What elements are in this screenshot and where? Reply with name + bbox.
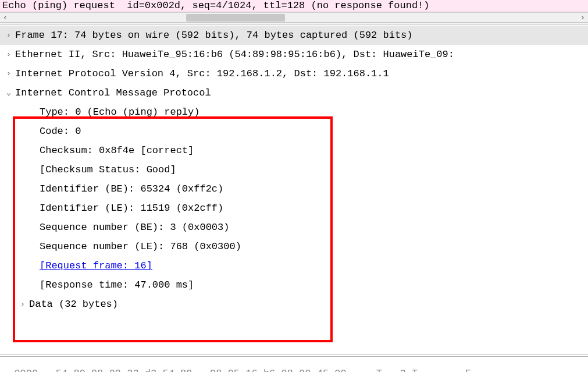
scroll-left-icon[interactable]: ‹ bbox=[0, 13, 10, 22]
chevron-right-icon[interactable]: › bbox=[2, 45, 15, 64]
ethernet-text: Ethernet II, Src: HuaweiTe_95:16:b6 (54:… bbox=[15, 45, 454, 64]
icmp-response-time-row[interactable]: [Response time: 47.000 ms] bbox=[16, 275, 588, 295]
frame-text: Frame 17: 74 bytes on wire (592 bits), 7… bbox=[15, 26, 413, 45]
packet-list-hscrollbar[interactable]: ‹ › bbox=[0, 12, 588, 23]
packet-details-pane[interactable]: › Frame 17: 74 bytes on wire (592 bits),… bbox=[0, 24, 588, 314]
icmp-id-be-text: Identifier (BE): 65324 (0xff2c) bbox=[16, 179, 223, 199]
icmp-code-row[interactable]: Code: 0 bbox=[16, 122, 588, 141]
packet-list-pane[interactable]: Echo (ping) request id=0x002d, seq=4/102… bbox=[0, 0, 588, 12]
chevron-right-icon[interactable]: › bbox=[16, 295, 29, 314]
icmp-row[interactable]: ⌄ Internet Control Message Protocol bbox=[0, 83, 588, 102]
icmp-data-text: Data (32 bytes) bbox=[29, 295, 118, 314]
packet-row[interactable]: Echo (ping) request id=0x002d, seq=4/102… bbox=[2, 0, 586, 12]
chevron-right-icon[interactable]: › bbox=[2, 64, 15, 83]
hex-bytes: 54 89 98 09 33 d3 54 89 98 95 16 b6 08 0… bbox=[38, 368, 477, 372]
icmp-response-time-text: [Response time: 47.000 ms] bbox=[16, 275, 194, 295]
scroll-thumb[interactable] bbox=[186, 14, 285, 22]
icmp-seq-be-text: Sequence number (BE): 3 (0x0003) bbox=[16, 218, 229, 237]
icmp-checksum-text: Checksum: 0x8f4e [correct] bbox=[16, 141, 194, 160]
icmp-checksum-status-text: [Checksum Status: Good] bbox=[16, 160, 176, 179]
icmp-id-le-text: Identifier (LE): 11519 (0x2cff) bbox=[16, 199, 223, 218]
ethernet-row[interactable]: › Ethernet II, Src: HuaweiTe_95:16:b6 (5… bbox=[0, 45, 588, 64]
icmp-checksum-row[interactable]: Checksum: 0x8f4e [correct] bbox=[16, 141, 588, 160]
ip-row[interactable]: › Internet Protocol Version 4, Src: 192.… bbox=[0, 64, 588, 83]
hex-offset: 0000 bbox=[14, 368, 38, 372]
chevron-right-icon[interactable]: › bbox=[2, 26, 15, 45]
icmp-type-row[interactable]: Type: 0 (Echo (ping) reply) bbox=[16, 102, 588, 122]
hex-pane[interactable]: 0000 54 89 98 09 33 d3 54 89 98 95 16 b6… bbox=[0, 357, 588, 372]
icmp-seq-le-row[interactable]: Sequence number (LE): 768 (0x0300) bbox=[16, 237, 588, 256]
icmp-id-be-row[interactable]: Identifier (BE): 65324 (0xff2c) bbox=[16, 179, 588, 199]
icmp-code-text: Code: 0 bbox=[16, 122, 81, 141]
icmp-checksum-status-row[interactable]: [Checksum Status: Good] bbox=[16, 160, 588, 179]
icmp-seq-le-text: Sequence number (LE): 768 (0x0300) bbox=[16, 237, 241, 256]
icmp-id-le-row[interactable]: Identifier (LE): 11519 (0x2cff) bbox=[16, 199, 588, 218]
icmp-request-frame-link[interactable]: [Request frame: 16] bbox=[16, 256, 152, 275]
ip-text: Internet Protocol Version 4, Src: 192.16… bbox=[15, 64, 389, 83]
icmp-request-frame-row[interactable]: [Request frame: 16] bbox=[16, 256, 588, 275]
icmp-text: Internet Control Message Protocol bbox=[15, 83, 211, 102]
icmp-data-row[interactable]: › Data (32 bytes) bbox=[16, 295, 588, 314]
scroll-right-icon[interactable]: › bbox=[578, 13, 588, 22]
chevron-down-icon[interactable]: ⌄ bbox=[2, 83, 15, 102]
frame-row[interactable]: › Frame 17: 74 bytes on wire (592 bits),… bbox=[0, 26, 588, 45]
icmp-seq-be-row[interactable]: Sequence number (BE): 3 (0x0003) bbox=[16, 218, 588, 237]
icmp-type-text: Type: 0 (Echo (ping) reply) bbox=[16, 102, 199, 122]
